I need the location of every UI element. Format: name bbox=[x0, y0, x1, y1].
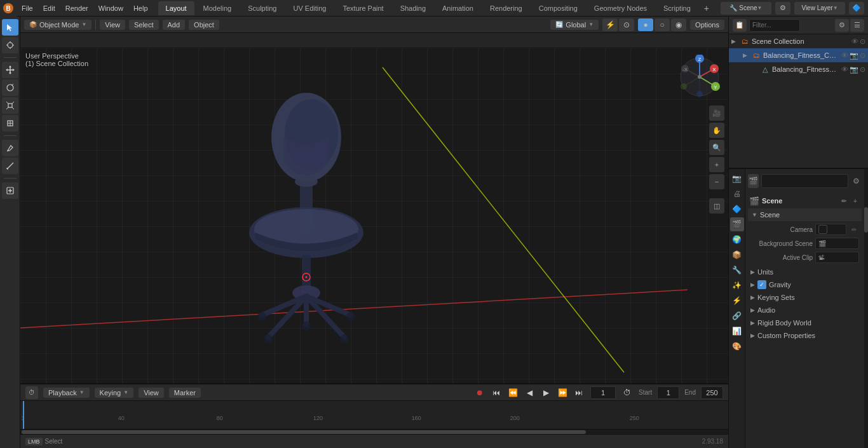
transform-tool-button[interactable] bbox=[2, 115, 18, 132]
constraints-props-icon[interactable]: 🔗 bbox=[730, 309, 744, 323]
object-props-icon[interactable]: 📦 bbox=[730, 248, 744, 262]
eye-icon-scene[interactable]: 👁 bbox=[851, 37, 858, 46]
play-button[interactable]: ▶ bbox=[539, 386, 552, 399]
properties-search-input[interactable] bbox=[761, 174, 849, 188]
timeline-scrollbar-thumb[interactable] bbox=[22, 430, 586, 434]
scale-tool-button[interactable] bbox=[2, 97, 18, 114]
physics-props-icon[interactable]: ⚡ bbox=[730, 294, 744, 308]
tab-layout[interactable]: Layout bbox=[158, 1, 194, 15]
add-workspace-tab-button[interactable]: + bbox=[700, 1, 714, 15]
viewport-select-menu[interactable]: Select bbox=[129, 20, 159, 30]
jump-start-button[interactable]: ⏮ bbox=[490, 386, 503, 399]
bg-scene-value[interactable]: 🎬 bbox=[815, 238, 859, 249]
tab-rendering[interactable]: Rendering bbox=[482, 1, 530, 15]
timeline-mode-icon[interactable]: ⏱ bbox=[25, 386, 38, 399]
step-forward-button[interactable]: ⏩ bbox=[556, 386, 569, 399]
world-props-icon[interactable]: 🌍 bbox=[730, 233, 744, 247]
tab-texture-paint[interactable]: Texture Paint bbox=[335, 1, 391, 15]
tab-uv-editing[interactable]: UV Editing bbox=[285, 1, 334, 15]
gravity-checkbox[interactable]: ✓ bbox=[757, 280, 766, 289]
menu-render[interactable]: Render bbox=[60, 0, 93, 16]
marker-menu[interactable]: Marker bbox=[169, 388, 201, 398]
filter-icon-2[interactable]: ☰ bbox=[850, 19, 864, 32]
properties-scrollbar[interactable] bbox=[864, 169, 868, 448]
outliner-item-scene-collection[interactable]: ▶ 🗂 Scene Collection 👁 ⊙ bbox=[729, 34, 868, 48]
properties-scrollbar-thumb[interactable] bbox=[864, 207, 868, 233]
step-back-button[interactable]: ⏪ bbox=[506, 386, 519, 399]
select-tool-button[interactable] bbox=[2, 19, 18, 36]
playback-menu[interactable]: Playback ▼ bbox=[43, 388, 90, 398]
cursor-tool-button[interactable] bbox=[2, 37, 18, 53]
view-layer-props-icon[interactable]: 🔷 bbox=[730, 202, 744, 216]
outliner-mode-icon[interactable]: 📋 bbox=[733, 19, 747, 32]
keying-menu[interactable]: Keying ▼ bbox=[95, 388, 134, 398]
viewport-canvas[interactable]: User Perspective (1) Scene Collection X … bbox=[20, 48, 728, 383]
tab-sculpting[interactable]: Sculpting bbox=[240, 1, 284, 15]
proportional-edit-button[interactable]: ⊙ bbox=[619, 18, 634, 31]
viewport-shading-solid[interactable]: ● bbox=[638, 18, 653, 31]
outliner-item-chair-mesh[interactable]: △ Balancing_Fitness_Chair_ 👁 📷 ⊙ bbox=[729, 62, 868, 76]
modifier-props-icon[interactable]: 🔧 bbox=[730, 263, 744, 277]
camera-prop-value[interactable] bbox=[815, 224, 846, 235]
keying-sets-section[interactable]: ▶ Keying Sets bbox=[748, 291, 862, 304]
viewport-shading-rendered[interactable]: ◉ bbox=[671, 18, 686, 31]
zoom-button[interactable]: 🔍 bbox=[709, 140, 724, 155]
snap-button[interactable]: ⚡ bbox=[602, 18, 618, 31]
plus-zoom-button[interactable]: + bbox=[709, 157, 724, 172]
rotate-tool-button[interactable] bbox=[2, 79, 18, 96]
view-layer-selector[interactable]: View Layer ▼ bbox=[794, 2, 845, 15]
viewport-shading-material[interactable]: ○ bbox=[654, 18, 670, 31]
eye-icon-mesh[interactable]: 👁 bbox=[841, 65, 848, 74]
units-section[interactable]: ▶ Units bbox=[748, 266, 862, 278]
material-props-icon[interactable]: 🎨 bbox=[730, 339, 744, 353]
outliner-item-chair-collection[interactable]: ▶ 🗂 Balancing_Fitness_Chair_Blac 👁 📷 ⊙ bbox=[729, 48, 868, 62]
measure-tool-button[interactable] bbox=[2, 158, 18, 174]
record-button[interactable]: ⏺ bbox=[473, 386, 486, 399]
scene-props-icon[interactable]: 🎬 bbox=[730, 217, 744, 231]
play-back-button[interactable]: ◀ bbox=[523, 386, 536, 399]
camera-restrict-chair[interactable]: 📷 bbox=[850, 51, 858, 60]
tab-scripting[interactable]: Scripting bbox=[656, 1, 698, 15]
particles-props-icon[interactable]: ✨ bbox=[730, 278, 744, 292]
outliner-filter-input[interactable] bbox=[749, 19, 800, 32]
annotate-tool-button[interactable] bbox=[2, 140, 18, 156]
toggle-sidebar-button[interactable]: ◫ bbox=[709, 198, 724, 214]
scene-section-title[interactable]: ▼ Scene bbox=[748, 208, 862, 221]
scene-pencil-btn[interactable]: ✏ bbox=[839, 196, 849, 206]
camera-view-button[interactable]: 🎥 bbox=[709, 105, 724, 121]
audio-section[interactable]: ▶ Audio bbox=[748, 304, 862, 316]
props-options-btn[interactable]: ⚙ bbox=[851, 174, 862, 188]
tab-modeling[interactable]: Modeling bbox=[196, 1, 240, 15]
viewport-object-menu[interactable]: Object bbox=[189, 20, 219, 30]
scene-new-btn[interactable]: + bbox=[850, 196, 860, 206]
menu-edit[interactable]: Edit bbox=[38, 0, 60, 16]
custom-properties-section[interactable]: ▶ Custom Properties bbox=[748, 329, 862, 342]
active-clip-value[interactable]: 📽 bbox=[815, 252, 859, 263]
render-restrict-chair[interactable]: ⊙ bbox=[860, 51, 865, 60]
timeline-scrollbar[interactable] bbox=[20, 429, 728, 434]
current-frame-input[interactable] bbox=[590, 386, 616, 399]
menu-window[interactable]: Window bbox=[93, 0, 128, 16]
timeline-content[interactable]: 1 40 80 120 160 200 250 bbox=[20, 401, 728, 429]
end-frame-input[interactable] bbox=[701, 386, 723, 399]
filter-icon-1[interactable]: ⚙ bbox=[835, 19, 849, 32]
tab-animation[interactable]: Animation bbox=[435, 1, 481, 15]
tab-geometry-nodes[interactable]: Geometry Nodes bbox=[587, 1, 654, 15]
tab-shading[interactable]: Shading bbox=[393, 1, 433, 15]
engine-selector[interactable]: 🔧 Scene ▼ bbox=[721, 2, 771, 15]
move-tool-button[interactable] bbox=[2, 62, 18, 78]
timeline-view-menu[interactable]: View bbox=[139, 388, 164, 398]
camera-pencil-btn[interactable]: ✏ bbox=[849, 224, 859, 234]
start-frame-input[interactable] bbox=[657, 386, 679, 399]
blender-logo[interactable]: B bbox=[0, 0, 17, 17]
restrict-icon-scene[interactable]: ⊙ bbox=[860, 37, 865, 46]
navigation-gizmo[interactable]: X -X Z Y bbox=[677, 55, 722, 100]
scene-icon-header[interactable]: 🎬 bbox=[748, 174, 759, 188]
gravity-section[interactable]: ▶ ✓ Gravity bbox=[748, 278, 862, 291]
render-restrict-mesh[interactable]: ⊙ bbox=[860, 65, 865, 74]
viewport-view-menu[interactable]: View bbox=[100, 20, 125, 30]
transform-orientation[interactable]: 🔄 Global ▼ bbox=[550, 20, 599, 30]
object-mode-selector[interactable]: 📦 Object Mode ▼ bbox=[24, 20, 92, 30]
view-layer-icon[interactable]: 🔷 bbox=[849, 2, 864, 15]
jump-end-button[interactable]: ⏭ bbox=[573, 386, 585, 399]
